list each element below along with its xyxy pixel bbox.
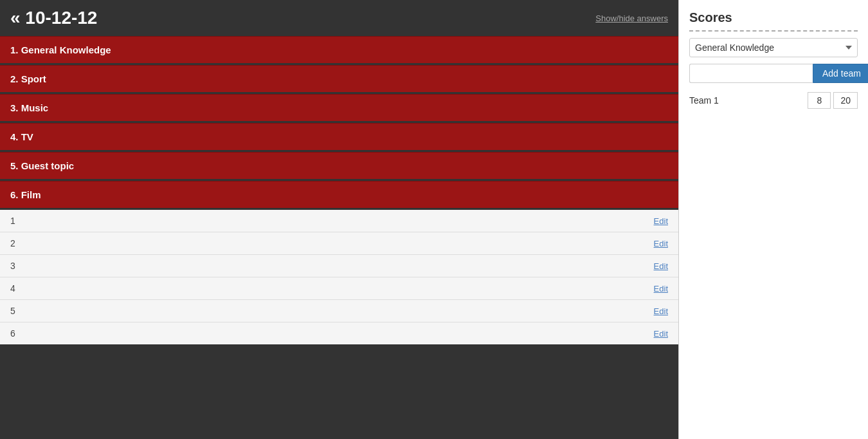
round-select[interactable]: General Knowledge Sport Music TV Guest t…: [689, 38, 858, 57]
team-name-input[interactable]: [689, 64, 813, 83]
round-item-4[interactable]: 4. TV: [0, 123, 678, 150]
question-number-4: 4: [10, 283, 15, 294]
scores-title: Scores: [689, 10, 858, 32]
edit-link-3[interactable]: Edit: [654, 261, 668, 271]
edit-link-2[interactable]: Edit: [654, 239, 668, 248]
header: « 10-12-12 Show/hide answers: [0, 0, 678, 36]
question-number-3: 3: [10, 261, 15, 271]
question-number-5: 5: [10, 306, 15, 316]
question-row: 2 Edit: [0, 232, 678, 255]
question-row: 6 Edit: [0, 322, 678, 344]
round-item-3[interactable]: 3. Music: [0, 94, 678, 121]
team-row-1: Team 1 8 20: [689, 89, 858, 111]
total-score-1: 20: [833, 92, 858, 109]
left-panel: « 10-12-12 Show/hide answers 1. General …: [0, 0, 678, 439]
question-row: 3 Edit: [0, 255, 678, 277]
question-number-2: 2: [10, 238, 15, 248]
edit-link-4[interactable]: Edit: [654, 284, 668, 294]
team-name-1: Team 1: [689, 95, 719, 106]
show-hide-answers-link[interactable]: Show/hide answers: [595, 14, 668, 23]
round-item-6[interactable]: 6. Film: [0, 181, 678, 208]
question-number-6: 6: [10, 328, 15, 339]
round-item-2[interactable]: 2. Sport: [0, 65, 678, 92]
question-row: 4 Edit: [0, 277, 678, 300]
question-number-1: 1: [10, 216, 15, 226]
quiz-title: « 10-12-12: [10, 8, 97, 28]
round-item-5[interactable]: 5. Guest topic: [0, 152, 678, 179]
add-team-row: Add team: [689, 64, 858, 83]
edit-link-5[interactable]: Edit: [654, 306, 668, 316]
rounds-list: 1. General Knowledge 2. Sport 3. Music 4…: [0, 36, 678, 346]
round-item-1[interactable]: 1. General Knowledge: [0, 36, 678, 63]
team-scores-1: 8 20: [808, 92, 858, 109]
edit-link-6[interactable]: Edit: [654, 329, 668, 339]
add-team-button[interactable]: Add team: [813, 64, 868, 83]
right-panel: Scores General Knowledge Sport Music TV …: [678, 0, 868, 439]
round-score-1: 8: [808, 92, 831, 109]
question-row: 1 Edit: [0, 210, 678, 232]
question-row: 5 Edit: [0, 300, 678, 322]
questions-list: 1 Edit 2 Edit 3 Edit 4 Edit 5 Edit 6 Edi…: [0, 210, 678, 346]
edit-link-1[interactable]: Edit: [654, 216, 668, 226]
